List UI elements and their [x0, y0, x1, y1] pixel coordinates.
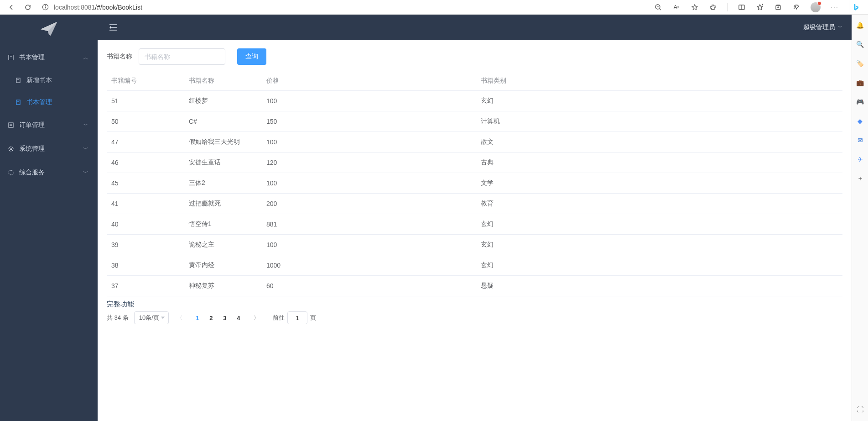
back-icon[interactable] — [7, 3, 16, 11]
performance-icon[interactable] — [792, 3, 800, 11]
more-icon[interactable]: ··· — [831, 3, 839, 11]
url-text[interactable]: localhost:8081/#/book/BookList — [54, 4, 142, 11]
svg-line-4 — [660, 9, 661, 10]
profile-avatar[interactable] — [811, 2, 821, 12]
star-icon[interactable] — [691, 3, 699, 11]
divider — [727, 3, 728, 11]
collections-icon[interactable] — [774, 3, 782, 11]
info-icon[interactable] — [41, 3, 49, 11]
browser-toolbar: localhost:8081/#/book/BookList A» ··· — [0, 0, 868, 15]
bing-icon[interactable] — [849, 0, 863, 14]
read-aloud-icon[interactable]: A» — [672, 3, 681, 11]
extensions-icon[interactable] — [709, 3, 717, 11]
svg-point-2 — [45, 5, 46, 6]
split-screen-icon[interactable] — [738, 3, 746, 11]
favorites-icon[interactable] — [756, 3, 764, 11]
refresh-icon[interactable] — [24, 3, 32, 11]
zoom-out-icon[interactable] — [654, 3, 662, 11]
